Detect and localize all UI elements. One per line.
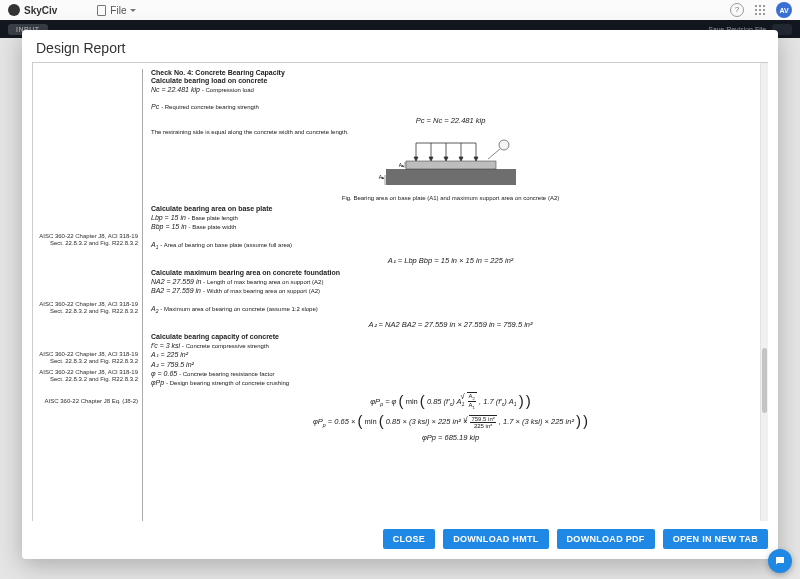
main-column: Check No. 4: Concrete Bearing Capacity C… (143, 69, 760, 521)
equation-result: φPp = 685.19 kip (151, 433, 750, 442)
note-text: The restraining side is equal along the … (151, 129, 750, 135)
modal-body: AISC 360-22 Chapter J8, ACI 318-19 Sect.… (32, 62, 768, 521)
figure-caption: Fig. Bearing area on base plate (A1) and… (151, 195, 750, 201)
equation: A₁ = Lbp Bbp = 15 in × 15 in = 225 in² (151, 256, 750, 265)
value-line: Lbp = 15 in - Base plate length (151, 213, 750, 222)
fig-label-a2: A₂ (378, 174, 383, 180)
svg-line-14 (488, 149, 500, 159)
fig-label-a1: A₁ (398, 162, 403, 168)
references-column: AISC 360-22 Chapter J8, ACI 318-19 Sect.… (33, 69, 143, 521)
reference-text: AISC 360-22 Chapter J8, ACI 318-19 Sect.… (38, 301, 138, 315)
chevron-down-icon (130, 9, 136, 12)
file-menu-label: File (110, 5, 126, 16)
svg-marker-7 (444, 157, 448, 161)
value-line: BA2 = 27.559 in - Width of max bearing a… (151, 286, 750, 295)
svg-rect-0 (386, 169, 516, 185)
bearing-diagram-svg: A₁ A₂ (376, 137, 526, 193)
value-line: Pc - Required concrete bearing strength (151, 102, 750, 111)
modal-title: Design Report (22, 30, 778, 62)
value-line: A1 - Area of bearing on base plate (assu… (151, 240, 750, 252)
value-line: NA2 = 27.559 in - Length of max bearing … (151, 277, 750, 286)
svg-point-13 (499, 140, 509, 150)
report-scroll-area[interactable]: AISC 360-22 Chapter J8, ACI 318-19 Sect.… (33, 63, 760, 521)
scrollbar-thumb[interactable] (762, 348, 767, 413)
chat-icon (774, 555, 786, 567)
equation: A₂ = NA2 BA2 = 27.559 in × 27.559 in = 7… (151, 320, 750, 329)
reference-text: AISC 360-22 Chapter J8, ACI 318-19 Sect.… (38, 233, 138, 247)
download-pdf-button[interactable]: DOWNLOAD PDF (557, 529, 655, 549)
design-report-modal: Design Report AISC 360-22 Chapter J8, AC… (22, 30, 778, 559)
app-logo[interactable]: SkyCiv (8, 4, 57, 16)
svg-marker-3 (414, 157, 418, 161)
file-menu[interactable]: File (97, 5, 136, 16)
subheading: Calculate maximum bearing area on concre… (151, 269, 750, 276)
equation-symbolic: φPp = φ ( min ( 0.85 (f'c) A1 A2A1 , 1.7… (151, 392, 750, 411)
svg-rect-1 (406, 161, 496, 169)
close-button[interactable]: CLOSE (383, 529, 436, 549)
bearing-figure: A₁ A₂ Fig. Bearing area on base plate (A… (151, 137, 750, 201)
logo-icon (8, 4, 20, 16)
value-line: Bbp = 15 in - Base plate width (151, 222, 750, 231)
brand-name: SkyCiv (24, 5, 57, 16)
modal-footer: CLOSE DOWNLOAD HMTL DOWNLOAD PDF OPEN IN… (22, 521, 778, 559)
open-new-tab-button[interactable]: OPEN IN NEW TAB (663, 529, 768, 549)
value-line: A₂ = 759.5 in² (151, 360, 750, 369)
subheading: Calculate bearing load on concrete (151, 77, 750, 84)
reference-text: AISC 360-22 Chapter J8, ACI 318-19 Sect.… (38, 351, 138, 365)
value-line: A₁ = 225 in² (151, 350, 750, 359)
value-line: Nc = 22.481 kip - Compression load (151, 85, 750, 94)
apps-grid-icon[interactable] (754, 4, 766, 16)
report-content: AISC 360-22 Chapter J8, ACI 318-19 Sect.… (33, 63, 760, 521)
help-icon[interactable]: ? (730, 3, 744, 17)
file-icon (97, 5, 106, 16)
svg-marker-11 (474, 157, 478, 161)
value-line: φPp - Design bearing strength of concret… (151, 378, 750, 387)
svg-marker-9 (459, 157, 463, 161)
avatar[interactable]: AV (776, 2, 792, 18)
chat-launcher[interactable] (768, 549, 792, 573)
download-html-button[interactable]: DOWNLOAD HMTL (443, 529, 548, 549)
svg-marker-5 (429, 157, 433, 161)
subheading: Calculate bearing capacity of concrete (151, 333, 750, 340)
value-line: f'c = 3 ksi - Concrete compressive stren… (151, 341, 750, 350)
equation-numeric: φPp = 0.65 × ( min ( 0.85 × (3 ksi) × 22… (151, 415, 750, 429)
value-line: A2 - Maximum area of bearing on concrete… (151, 304, 750, 316)
reference-text: AISC 360-22 Chapter J8, ACI 318-19 Sect.… (38, 369, 138, 383)
value-line: φ = 0.65 - Concrete bearing resistance f… (151, 369, 750, 378)
app-topbar: SkyCiv File ? AV (0, 0, 800, 21)
check-heading: Check No. 4: Concrete Bearing Capacity (151, 69, 750, 76)
topbar-right: ? AV (730, 2, 792, 18)
equation: Pc = Nc = 22.481 kip (151, 116, 750, 125)
reference-text: AISC 360-22 Chapter J8 Eq. (J8-2) (38, 398, 138, 405)
scrollbar[interactable] (760, 63, 768, 521)
subheading: Calculate bearing area on base plate (151, 205, 750, 212)
